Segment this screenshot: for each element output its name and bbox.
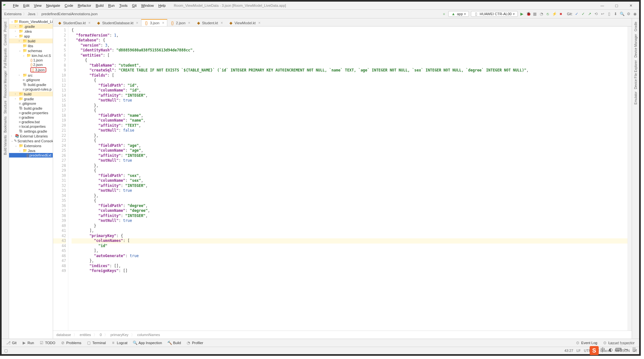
ime-menu-icon[interactable]: ☰ — [630, 346, 638, 353]
vcs-commit-icon[interactable]: ✓ — [581, 12, 585, 16]
maximize-button[interactable]: ▢ — [609, 2, 624, 9]
close-tab-icon[interactable]: × — [136, 21, 138, 25]
toolwindow-tab-gradle[interactable]: Gradle — [634, 20, 638, 33]
close-tab-icon[interactable]: × — [88, 21, 91, 25]
tree-node[interactable]: 🐘 settings.gradle — [9, 129, 53, 134]
toolwindow-tab-build-variants[interactable]: Build Variants — [4, 134, 7, 156]
toolwindow-tab-bookmarks[interactable]: Bookmarks — [4, 115, 7, 134]
tree-node[interactable]: ≡ .gitignore — [9, 78, 53, 82]
menu-code[interactable]: Code — [62, 3, 75, 8]
tree-node[interactable]: ≡ gradlew — [9, 115, 53, 120]
tree-node[interactable]: 📁 libs — [9, 43, 53, 48]
code-breadcrumb-item[interactable]: primaryKey — [110, 333, 128, 337]
tree-node[interactable]: ⌄✎ Scratches and Console — [9, 138, 53, 143]
menu-file[interactable]: File — [11, 3, 21, 8]
bottom-tab-git[interactable]: ⎇Git — [4, 341, 19, 345]
tree-node[interactable]: ›📚 External Libraries — [9, 134, 53, 138]
avd-manager-icon[interactable]: ▯ — [607, 12, 611, 16]
code-breadcrumb-item[interactable]: columnNames — [137, 333, 160, 337]
tree-node[interactable]: ›📁 gradle — [9, 96, 53, 101]
toolwindow-tab-resource-manager[interactable]: Resource Manager — [4, 69, 7, 99]
run-config-combo[interactable]: ▲app▾ — [448, 11, 469, 17]
code-breadcrumb-item[interactable]: entities — [80, 333, 91, 337]
toolwindow-tab-device-manager[interactable]: Device Manager — [634, 33, 638, 59]
sdk-manager-icon[interactable]: ⬇ — [613, 12, 618, 16]
tree-node[interactable]: ≡ local.properties — [9, 124, 53, 129]
close-tab-icon[interactable]: × — [162, 21, 164, 25]
cursor-position[interactable]: 43:27 — [564, 349, 573, 353]
toolwindow-tab-structure[interactable]: Structure — [4, 99, 7, 115]
tree-node[interactable]: {} 1.json — [9, 58, 53, 62]
search-icon[interactable]: 🔍 — [620, 12, 624, 16]
bottom-tab-profiler[interactable]: ◔Profiler — [183, 341, 206, 345]
toolwindow-tab-pull-requests[interactable]: Pull Requests — [4, 47, 7, 70]
bottom-tab-app-inspection[interactable]: 🔍App Inspection — [130, 341, 165, 345]
error-stripe[interactable] — [627, 27, 632, 331]
menu-build[interactable]: Build — [94, 3, 106, 8]
apply-changes-icon[interactable]: ⚡ — [552, 12, 557, 16]
tree-node[interactable]: ›📁 src — [9, 73, 53, 78]
close-button[interactable]: ✕ — [624, 2, 638, 9]
code-editor[interactable]: { "formatVersion": 1, "database": { "ver… — [68, 27, 627, 331]
menu-tools[interactable]: Tools — [117, 3, 130, 8]
code-breadcrumb-item[interactable]: 0 — [100, 333, 102, 337]
code-breadcrumb-item[interactable]: database — [56, 333, 71, 337]
debug-button[interactable]: 🐞 — [526, 12, 531, 16]
toolwindow-tab-commit[interactable]: Commit — [4, 33, 7, 47]
tree-node[interactable]: 🐘 build.gradle — [9, 106, 53, 111]
ime-skin-icon[interactable]: ✂ — [623, 346, 630, 353]
editor-tab[interactable]: ◆StudentDao.kt× — [54, 19, 94, 26]
device-combo[interactable]: ▯HUAWEI CTR-AL00▾ — [471, 11, 518, 17]
vcs-history-icon[interactable]: ⟲ — [594, 12, 598, 16]
attach-debugger-icon[interactable]: ⎋ — [546, 12, 550, 16]
menu-edit[interactable]: Edit — [21, 3, 32, 8]
toolwindow-tab-emulator[interactable]: Emulator — [634, 90, 638, 106]
close-tab-icon[interactable]: × — [221, 21, 223, 25]
tree-node[interactable]: {} 3.json — [9, 67, 53, 73]
settings-icon[interactable]: ⚙ — [626, 12, 631, 16]
tree-node[interactable]: ⌄📁 kim.hsl.rvl.S — [9, 53, 53, 58]
avatar-icon[interactable]: ◉ — [633, 12, 637, 16]
tree-node[interactable]: ›📁 build — [9, 38, 53, 43]
tree-node[interactable]: {} predefinedExt — [9, 153, 53, 158]
coverage-button[interactable]: ▦ — [533, 12, 537, 16]
editor-tab[interactable]: ◆ViewModel.kt× — [226, 19, 263, 26]
tree-node[interactable]: 🐘 build.gradle — [9, 82, 53, 87]
bottom-tab-logcat[interactable]: ≡Logcat — [108, 341, 130, 345]
menu-help[interactable]: Help — [156, 3, 168, 8]
menu-navigate[interactable]: Navigate — [44, 3, 62, 8]
editor-tab[interactable]: ◆Student.kt× — [193, 19, 226, 26]
menu-view[interactable]: View — [32, 3, 44, 8]
minimize-button[interactable]: — — [595, 2, 609, 9]
tree-node[interactable]: ›📁 build — [9, 92, 53, 96]
breadcrumb-item[interactable]: predefinedExternalAnnotations.json — [41, 12, 98, 16]
tree-node[interactable]: ›📁 .gradle — [9, 24, 53, 29]
toolwindows-toggle-icon[interactable]: ▢ — [4, 348, 8, 353]
run-button[interactable]: ▶ — [520, 12, 524, 16]
menu-run[interactable]: Run — [106, 3, 117, 8]
bottom-tab-problems[interactable]: ⊘Problems — [58, 341, 84, 345]
bottom-tab-event-log[interactable]: ⊙Event Log — [573, 341, 600, 345]
editor-tab[interactable]: ◆StudentDatabase.kt× — [94, 19, 141, 26]
bottom-tab-terminal[interactable]: ▢Terminal — [84, 341, 108, 345]
tree-node[interactable]: ›📁 .idea — [9, 29, 53, 34]
tree-node[interactable]: ≡ proguard-rules.p — [9, 87, 53, 92]
tree-node[interactable]: ⌄📁 app — [9, 34, 53, 38]
stop-button[interactable]: ■ — [559, 12, 563, 16]
bottom-tab-build[interactable]: 🔨Build — [165, 341, 183, 345]
editor-tab[interactable]: {}2.json× — [167, 19, 193, 26]
line-gutter[interactable]: 1234567891011121314151617181920212223242… — [53, 27, 68, 331]
menu-git[interactable]: Git — [130, 3, 139, 8]
menu-window[interactable]: Window — [139, 3, 156, 8]
ime-punct-icon[interactable]: ◐ — [607, 346, 614, 353]
tree-node[interactable]: ≡ gradlew.bat — [9, 120, 53, 124]
ime-lang-icon[interactable]: 中 — [599, 346, 606, 353]
tree-node[interactable]: ⌄📁 Java — [9, 148, 53, 153]
vcs-push-icon[interactable]: ↗ — [587, 12, 592, 16]
tree-node[interactable]: ⌄📁 Extensions — [9, 143, 53, 148]
profile-button[interactable]: ◔ — [539, 12, 544, 16]
sogou-ime-icon[interactable]: S — [590, 346, 599, 355]
add-config-icon[interactable]: ＋ — [442, 12, 446, 16]
close-tab-icon[interactable]: × — [188, 21, 190, 25]
menu-refactor[interactable]: Refactor — [75, 3, 94, 8]
